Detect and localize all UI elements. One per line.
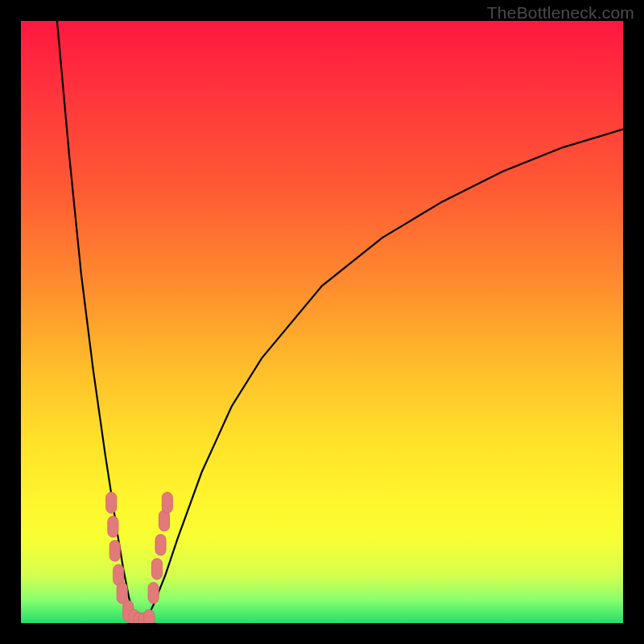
chart-svg xyxy=(21,21,623,623)
scatter-point xyxy=(108,516,118,537)
plot-area xyxy=(21,21,623,623)
scatter-point xyxy=(106,492,117,513)
chart-frame: TheBottleneck.com xyxy=(0,0,644,644)
scatter-point xyxy=(117,583,127,604)
scatter-point xyxy=(109,540,120,561)
watermark-text: TheBottleneck.com xyxy=(487,3,634,23)
scatter-point xyxy=(162,492,172,513)
scatter-point xyxy=(148,583,159,604)
bottleneck-curve xyxy=(57,21,623,623)
scatter-point xyxy=(155,535,166,555)
scatter-point xyxy=(144,609,155,623)
scatter-point xyxy=(152,559,163,580)
scatter-group xyxy=(106,492,173,623)
